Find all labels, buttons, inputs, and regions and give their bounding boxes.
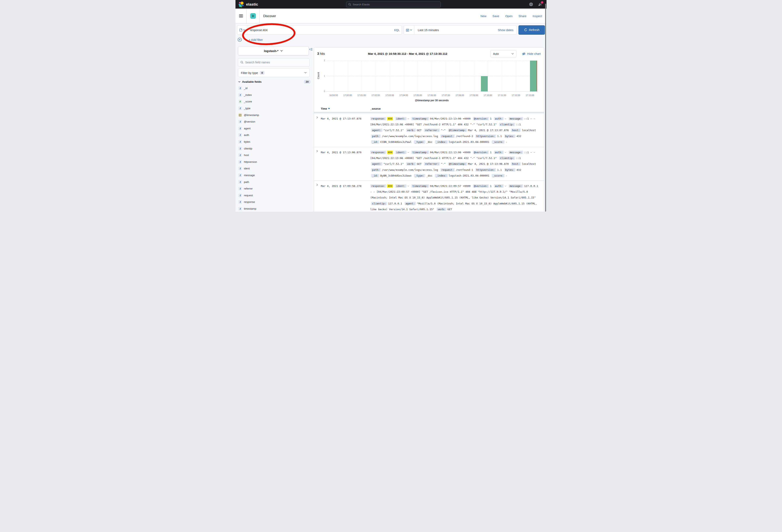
query-bar: KQL Last 15 minutes	[236, 24, 546, 42]
field-type-date-icon	[238, 113, 242, 117]
field-type-string-icon: t	[238, 173, 242, 177]
show-dates-button[interactable]: Show dates	[495, 26, 517, 35]
field-item-httpversion[interactable]: thttpversion	[238, 159, 313, 165]
app-badge-wrap[interactable]: D	[247, 8, 260, 23]
inspect-button[interactable]: Inspect	[533, 14, 542, 18]
add-filter-button[interactable]: + Add filter	[249, 38, 263, 41]
save-button[interactable]: Save	[493, 14, 499, 18]
source-field-badge: message:	[509, 184, 523, 188]
expand-row-icon[interactable]	[316, 149, 321, 179]
field-type-string-icon: t	[238, 140, 242, 144]
source-field-badge: response:	[370, 117, 386, 120]
field-item-@timestamp[interactable]: @timestamp	[238, 112, 313, 118]
open-button[interactable]: Open	[505, 14, 512, 18]
source-field-badge: clientip:	[499, 156, 515, 160]
collapse-sidebar-icon[interactable]	[309, 48, 313, 51]
source-field-badge: timestamp:	[411, 151, 429, 154]
source-field-badge: _index:	[435, 140, 448, 144]
global-search-input[interactable]	[353, 3, 439, 6]
share-button[interactable]: Share	[519, 14, 527, 18]
time-range-button[interactable]: Last 15 minutes	[415, 26, 495, 35]
source-field-badge: auth:	[494, 151, 504, 154]
field-item-_score[interactable]: #_score	[238, 98, 313, 105]
field-type-string-icon: t	[238, 166, 242, 170]
filter-by-type-dropdown[interactable]: Filter by type 0	[238, 68, 310, 77]
source-column-header: _source	[370, 107, 541, 110]
field-search-box[interactable]	[238, 58, 310, 67]
source-field-badge: _id:	[371, 174, 379, 177]
field-item-clientip[interactable]: tclientip	[238, 145, 313, 152]
available-fields-toggle[interactable]: Available fields 20	[238, 80, 311, 84]
help-icon[interactable]	[529, 2, 533, 6]
x-tick-label: 17:09:00	[467, 94, 481, 97]
filter-divider	[244, 39, 247, 40]
x-tick-label: 17:07:00	[439, 94, 453, 97]
field-item-message[interactable]: tmessage	[238, 172, 313, 179]
source-field-badge: verb:	[437, 207, 447, 211]
field-item-request[interactable]: trequest	[238, 192, 313, 199]
x-tick-label: 17:08:00	[453, 94, 467, 97]
elastic-logo-icon	[238, 1, 244, 7]
field-item-path[interactable]: tpath	[238, 179, 313, 185]
source-field-badge: path:	[371, 135, 381, 138]
source-field-badge: @version:	[473, 184, 489, 188]
field-list: t_idt_index#_scoret_type@timestampt@vers…	[238, 85, 313, 212]
field-item-@version[interactable]: t@version	[238, 118, 313, 125]
expand-row-icon[interactable]	[316, 116, 321, 145]
y-tick-label: 1	[319, 75, 325, 77]
source-field-badge: message:	[509, 117, 523, 120]
source-field-badge: auth:	[494, 117, 504, 120]
field-item-_id[interactable]: t_id	[238, 85, 313, 92]
histogram-plot[interactable]: 16:59:0017:00:0017:01:0017:02:0017:03:00…	[327, 61, 537, 91]
source-field-badge: request:	[440, 135, 455, 138]
hide-chart-button[interactable]: Hide chart	[522, 52, 541, 55]
field-search-input[interactable]	[245, 61, 307, 64]
newsfeed-icon[interactable]	[538, 2, 542, 6]
filter-icon[interactable]	[238, 37, 242, 42]
field-item-_index[interactable]: t_index	[238, 92, 313, 99]
search-icon	[348, 3, 351, 6]
index-pattern-selector[interactable]: logstash-*	[238, 46, 309, 55]
field-name: referrer	[244, 187, 253, 190]
x-tick-label: 17:00:00	[341, 94, 355, 97]
source-field-badge: referrer:	[424, 128, 440, 132]
time-column-header[interactable]: Time	[321, 107, 370, 110]
field-name: @timestamp	[244, 114, 259, 117]
query-language-button[interactable]: KQL	[392, 26, 402, 35]
field-item-auth[interactable]: tauth	[238, 132, 313, 139]
doc-timestamp: Mar 4, 2021 @ 17:09:58.278	[321, 183, 370, 212]
expand-row-icon[interactable]	[316, 183, 321, 212]
field-item-response[interactable]: tresponse	[238, 199, 313, 205]
nav-menu[interactable]	[236, 8, 247, 23]
source-field-badge: @timestamp:	[448, 162, 467, 165]
field-item-bytes[interactable]: tbytes	[238, 139, 313, 145]
doc-source: response:404 ident:- timestamp:04/Mar/20…	[370, 149, 541, 179]
x-tick-label: 17:12:00	[509, 94, 523, 97]
brand-name: elastic	[246, 2, 258, 7]
source-field-badge: _id:	[371, 140, 379, 144]
field-item-timestamp[interactable]: ttimestamp	[238, 205, 313, 212]
saved-query-menu-button[interactable]	[237, 26, 247, 35]
source-field-badge: message:	[509, 151, 523, 154]
table-row: Mar 4, 2021 @ 17:13:07.876response:404 i…	[314, 113, 544, 147]
query-input[interactable]	[250, 29, 389, 32]
date-quick-menu-button[interactable]	[404, 26, 415, 35]
field-item-host[interactable]: thost	[238, 152, 313, 159]
elastic-logo[interactable]: elastic	[238, 1, 258, 7]
histogram-bar[interactable]	[530, 61, 537, 91]
field-type-string-icon: t	[238, 133, 242, 137]
new-button[interactable]: New	[481, 14, 487, 18]
field-name: host	[244, 154, 249, 157]
field-item-_type[interactable]: t_type	[238, 105, 313, 112]
field-item-agent[interactable]: tagent	[238, 125, 313, 132]
field-type-number-icon: #	[238, 100, 242, 104]
histogram-bar[interactable]	[481, 76, 488, 92]
field-item-referrer[interactable]: treferrer	[238, 185, 313, 192]
interval-select[interactable]: Auto	[491, 50, 517, 58]
global-search-box[interactable]	[346, 2, 441, 7]
refresh-button[interactable]: Refresh	[519, 25, 545, 35]
scrollbar-thumb[interactable]	[545, 4, 546, 212]
field-item-ident[interactable]: tident	[238, 165, 313, 172]
discover-app-badge: D	[250, 13, 256, 19]
field-name: _score	[244, 100, 252, 103]
